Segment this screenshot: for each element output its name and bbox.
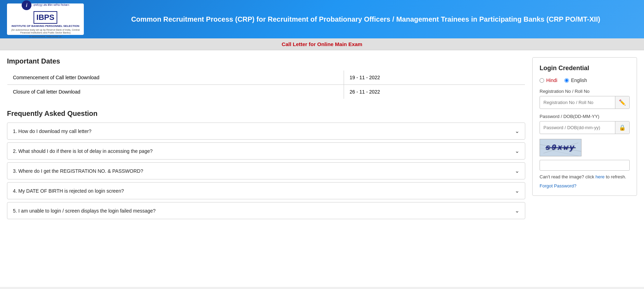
edit-icon[interactable]: ✏️ xyxy=(615,96,629,109)
ibps-symbol-icon: i xyxy=(22,0,31,10)
captcha-text: s9xwy xyxy=(546,143,576,152)
main-content: Important Dates Commencement of Call let… xyxy=(0,50,644,287)
table-row: Closure of Call letter Download 26 - 11 … xyxy=(7,85,525,99)
chevron-down-icon: ⌄ xyxy=(515,148,519,154)
captcha-hint-suffix: to refresh. xyxy=(605,174,626,179)
table-row: Commencement of Call letter Download 19 … xyxy=(7,71,525,85)
logo-hindi-text: इन्स्टीट्यूट ऑफ बैंकिंग पर्सोनेल सिलेक्श… xyxy=(34,4,69,7)
faq-item[interactable]: 2. What should I do if there is lot of d… xyxy=(7,142,525,160)
faq-question: 4. My DATE OF BIRTH is rejected on login… xyxy=(13,188,511,194)
date-label: Commencement of Call letter Download xyxy=(7,71,344,85)
faq-question: 1. How do I download my call letter? xyxy=(13,128,511,134)
password-label: Password / DOB(DD-MM-YY) xyxy=(540,114,630,119)
left-panel: Important Dates Commencement of Call let… xyxy=(7,57,525,280)
hindi-radio[interactable] xyxy=(540,78,544,83)
faq-item[interactable]: 4. My DATE OF BIRTH is rejected on login… xyxy=(7,182,525,199)
sub-banner: Call Letter for Online Main Exam xyxy=(0,38,644,50)
chevron-down-icon: ⌄ xyxy=(515,168,519,174)
login-panel: Login Credential Hindi English Registrat… xyxy=(532,57,637,196)
sub-banner-text: Call Letter for Online Main Exam xyxy=(282,41,363,47)
captcha-hint: Can't read the image? click here to refr… xyxy=(540,173,630,180)
page-header: i इन्स्टीट्यूट ऑफ बैंकिंग पर्सोनेल सिलेक… xyxy=(0,0,644,38)
english-option[interactable]: English xyxy=(564,77,587,83)
forgot-password-link[interactable]: Forgot Password? xyxy=(540,183,630,188)
captcha-hint-prefix: Can't read the image? click xyxy=(540,174,595,179)
chevron-down-icon: ⌄ xyxy=(515,187,519,194)
ibps-label: IBPS xyxy=(34,11,57,24)
date-value: 26 - 11 - 2022 xyxy=(344,85,525,99)
important-dates-title: Important Dates xyxy=(7,57,525,65)
org-tagline1: (An autonomous body set up by Reserve Ba… xyxy=(9,29,82,35)
reg-no-label: Registration No / Roll No xyxy=(540,89,630,94)
lock-icon[interactable]: 🔒 xyxy=(615,121,629,134)
dates-table: Commencement of Call letter Download 19 … xyxy=(7,70,525,99)
header-title: Common Recruitment Process (CRP) for Rec… xyxy=(94,14,637,24)
login-title: Login Credential xyxy=(540,65,630,72)
faq-item[interactable]: 5. I am unable to login / screen display… xyxy=(7,202,525,219)
faq-question: 3. Where do I get the REGISTRATION NO. &… xyxy=(13,168,511,174)
captcha-section: s9xwy Can't read the image? click here t… xyxy=(540,139,630,188)
captcha-image: s9xwy xyxy=(540,139,581,156)
reg-no-input[interactable] xyxy=(540,97,615,108)
date-value: 19 - 11 - 2022 xyxy=(344,71,525,85)
ibps-logo: i इन्स्टीट्यूट ऑफ बैंकिंग पर्सोनेल सिलेक… xyxy=(7,3,84,35)
faq-question: 2. What should I do if there is lot of d… xyxy=(13,148,511,154)
date-label: Closure of Call letter Download xyxy=(7,85,344,99)
language-options: Hindi English xyxy=(540,77,630,83)
faq-item[interactable]: 1. How do I download my call letter? ⌄ xyxy=(7,123,525,140)
org-tagline2: In assessment, India trusts us xyxy=(29,35,62,38)
reg-no-field-row: ✏️ xyxy=(540,96,630,109)
hindi-label: Hindi xyxy=(546,77,557,83)
password-field-row: 🔒 xyxy=(540,121,630,134)
english-label: English xyxy=(571,77,587,83)
faq-title: Frequently Asked Question xyxy=(7,110,525,118)
faq-item[interactable]: 3. Where do I get the REGISTRATION NO. &… xyxy=(7,162,525,179)
org-name-english: INSTITUTE OF BANKING PERSONNEL SELECTION xyxy=(12,24,79,28)
chevron-down-icon: ⌄ xyxy=(515,207,519,214)
faq-question: 5. I am unable to login / screen display… xyxy=(13,208,511,214)
hindi-option[interactable]: Hindi xyxy=(540,77,557,83)
captcha-refresh-link[interactable]: here xyxy=(595,174,605,179)
faq-list: 1. How do I download my call letter? ⌄2.… xyxy=(7,123,525,219)
chevron-down-icon: ⌄ xyxy=(515,128,519,134)
english-radio[interactable] xyxy=(564,78,569,83)
password-input[interactable] xyxy=(540,122,615,133)
captcha-input[interactable] xyxy=(540,160,630,171)
